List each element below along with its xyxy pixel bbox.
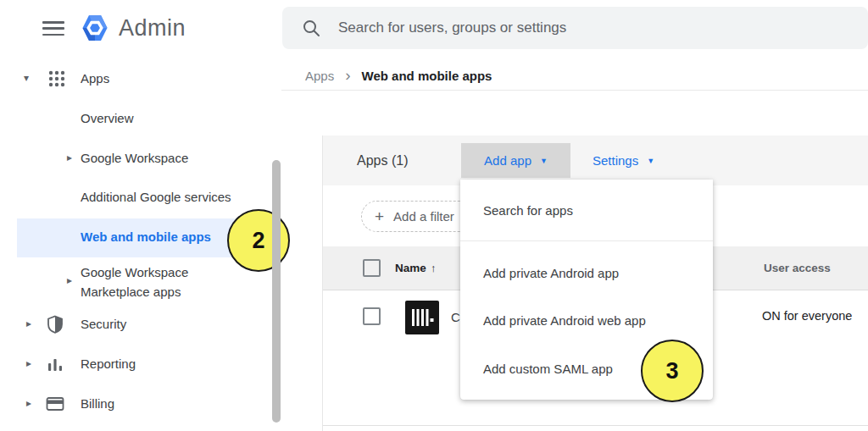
security-shield-icon: [46, 315, 64, 337]
hamburger-menu-icon[interactable]: [42, 21, 64, 36]
sidebar-item-security[interactable]: Security: [81, 316, 126, 333]
chevron-right-icon[interactable]: ▸: [67, 152, 72, 163]
apps-toolbar: Apps (1) Add app ▼ Settings ▼: [323, 135, 868, 185]
add-filter-label: Add a filter: [393, 209, 454, 224]
search-input[interactable]: Search for users, groups or settings: [282, 7, 868, 49]
admin-logo-icon[interactable]: [78, 11, 112, 48]
billing-card-icon: [46, 395, 64, 416]
breadcrumb: Apps › Web and mobile apps: [305, 67, 492, 84]
divider: [460, 240, 713, 241]
sidebar-scrollbar[interactable]: [272, 160, 281, 423]
sidebar-item-apps[interactable]: Apps: [81, 70, 109, 87]
annotation-step-3: 3: [641, 340, 704, 402]
sidebar-item-web-and-mobile-apps[interactable]: Web and mobile apps: [81, 229, 211, 244]
sidebar-item-reporting[interactable]: Reporting: [81, 356, 136, 373]
search-placeholder: Search for users, groups or settings: [338, 19, 566, 36]
add-app-button[interactable]: Add app ▼: [461, 143, 570, 178]
breadcrumb-parent-link[interactable]: Apps: [305, 69, 334, 83]
brand-title: Admin: [119, 15, 186, 41]
hamburger-bar: [42, 27, 64, 30]
menu-item-search-for-apps[interactable]: Search for apps: [483, 200, 573, 222]
sidebar-item-google-workspace[interactable]: Google Workspace: [81, 150, 188, 167]
app-logo-icon: [405, 301, 439, 338]
select-all-checkbox[interactable]: [363, 259, 381, 277]
menu-item-add-private-android-app[interactable]: Add private Android app: [483, 262, 619, 285]
apps-grid-icon: [47, 69, 66, 91]
chevron-down-icon: ▼: [540, 157, 548, 165]
user-access-column-header: User access: [764, 246, 831, 290]
plus-icon: +: [375, 207, 384, 226]
divider: [281, 90, 868, 91]
sidebar-item-marketplace-apps[interactable]: Google Workspace Marketplace apps: [81, 262, 233, 301]
settings-label: Settings: [593, 153, 638, 168]
chevron-right-icon[interactable]: ▸: [26, 398, 31, 408]
app-name-cell: C: [451, 310, 460, 324]
sidebar-item-overview[interactable]: Overview: [81, 110, 134, 127]
apps-count-title: Apps (1): [357, 135, 408, 185]
add-app-label: Add app: [484, 153, 531, 168]
chevron-right-icon[interactable]: ▸: [67, 275, 72, 285]
name-column-header[interactable]: Name: [395, 246, 426, 290]
sidebar-item-billing[interactable]: Billing: [81, 395, 114, 412]
reporting-chart-icon: [47, 356, 63, 375]
chevron-right-icon[interactable]: ▸: [26, 358, 31, 368]
admin-console: Admin Search for users, groups or settin…: [0, 0, 868, 431]
sidebar-item-additional-google-services[interactable]: Additional Google services: [81, 189, 231, 206]
chevron-down-icon[interactable]: ▾: [24, 73, 29, 83]
hamburger-bar: [42, 34, 64, 36]
chevron-right-icon[interactable]: ▸: [26, 318, 31, 329]
menu-item-add-private-android-web-app[interactable]: Add private Android web app: [483, 310, 646, 332]
user-access-cell: ON for everyone: [762, 309, 852, 323]
settings-button[interactable]: Settings ▼: [593, 143, 654, 178]
row-checkbox[interactable]: [363, 307, 381, 325]
menu-item-add-custom-saml-app[interactable]: Add custom SAML app: [483, 358, 613, 380]
sort-ascending-icon[interactable]: ↑: [431, 246, 437, 290]
hamburger-bar: [42, 21, 64, 24]
chevron-down-icon: ▼: [647, 157, 654, 165]
search-icon: [302, 19, 321, 38]
breadcrumb-current: Web and mobile apps: [362, 69, 492, 83]
breadcrumb-chevron-icon: ›: [345, 69, 350, 82]
